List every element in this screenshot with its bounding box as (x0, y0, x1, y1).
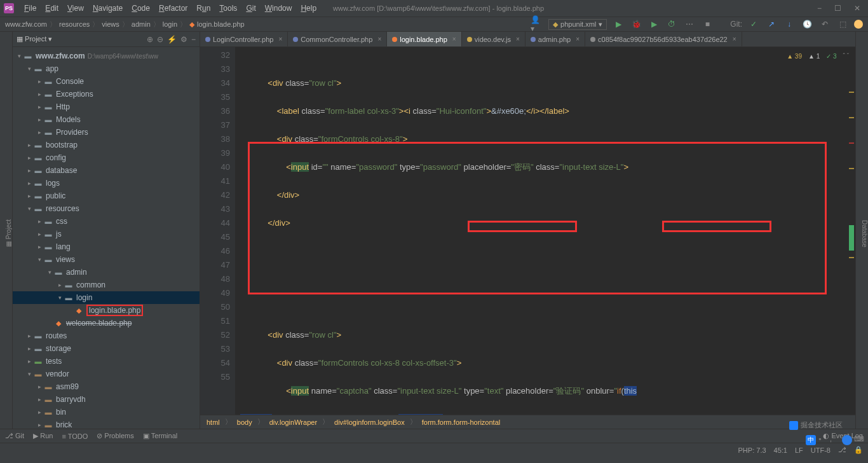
breadcrumb-item[interactable]: www.zfw.com (5, 20, 47, 28)
structure-breadcrumb[interactable]: html〉 body〉 div.loginWraper〉 div#loginfo… (200, 415, 855, 429)
database-tab[interactable]: Database (861, 220, 868, 247)
settings-icon[interactable]: ⚙ (180, 35, 187, 44)
tree-node[interactable]: ▸▬Console (13, 75, 200, 88)
php-version[interactable]: PHP: 7.3 (738, 446, 766, 454)
tree-node[interactable]: ▸▬storage (13, 342, 200, 355)
line-separator[interactable]: LF (795, 446, 803, 454)
inspection-status[interactable]: ▲ 39 ▲ 1 ✓ 3 ˆ ˇ (787, 50, 849, 64)
tree-node[interactable]: ▸▬config (13, 151, 200, 164)
git-commit-icon[interactable]: ✓ (747, 18, 760, 31)
code-editor[interactable]: 3233343536373839404142434445464748495051… (200, 47, 855, 415)
menu-run[interactable]: Run (193, 3, 214, 14)
editor-tab[interactable]: CommonController.php× (288, 32, 387, 46)
project-tab[interactable]: ▦ Project (5, 217, 12, 251)
breadcrumb-item[interactable]: login (163, 20, 177, 28)
editor-tab[interactable]: admin.php× (526, 32, 585, 46)
editor-tab[interactable]: login.blade.php× (387, 32, 461, 46)
close-button[interactable]: ✕ (854, 4, 860, 13)
stop-button[interactable]: ■ (701, 18, 714, 31)
tree-node[interactable]: ▸▬public (13, 190, 200, 202)
menu-help[interactable]: Help (297, 3, 320, 14)
menu-window[interactable]: Window (261, 3, 296, 14)
tree-node[interactable]: ▾▬app (13, 62, 200, 75)
breadcrumb-item[interactable]: resources (59, 20, 90, 28)
collapse-icon[interactable]: ⊕ (147, 35, 153, 44)
git-rollback-icon[interactable]: ↶ (818, 18, 831, 31)
terminal-toolwindow[interactable]: ▣ Terminal (143, 432, 177, 440)
menu-code[interactable]: Code (128, 3, 154, 14)
todo-toolwindow[interactable]: ≡ TODO (62, 432, 88, 440)
maximize-button[interactable]: ☐ (834, 4, 841, 13)
user-icon[interactable]: 👤▾ (531, 18, 543, 31)
tree-node[interactable]: ▸▬brick (13, 418, 200, 429)
tree-node[interactable]: ▸▬asm89 (13, 380, 200, 393)
editor-tab[interactable]: LoginController.php× (200, 32, 288, 46)
tree-node[interactable]: ▾▬vendor (13, 368, 200, 380)
tree-node[interactable]: ▸▬lang (13, 240, 200, 253)
git-push-icon[interactable]: ↗ (765, 18, 778, 31)
tree-node[interactable]: ▸▬Models (13, 113, 200, 126)
close-icon[interactable]: × (516, 36, 520, 43)
coverage-button[interactable]: ▶ (648, 18, 660, 31)
menu-tools[interactable]: Tools (215, 3, 241, 14)
tree-node[interactable]: ▸▬common (13, 279, 200, 291)
problems-toolwindow[interactable]: ⊘ Problems (97, 432, 134, 440)
close-icon[interactable]: × (452, 36, 456, 43)
select-opened-icon[interactable]: ⊖ (157, 35, 163, 44)
code-content[interactable]: ▲ 39 ▲ 1 ✓ 3 ˆ ˇ <div class="row cl"> <l… (235, 47, 855, 415)
profile-button[interactable]: ⏱ (665, 18, 678, 31)
menu-git[interactable]: Git (242, 3, 259, 14)
menu-file[interactable]: File (20, 3, 40, 14)
tree-node[interactable]: ▸▬bin (13, 406, 200, 418)
editor-tab[interactable]: c0854f8ac99027b56d5933eab437d26e22× (585, 32, 742, 46)
run-toolwindow[interactable]: ▶ Run (33, 432, 53, 440)
breadcrumb-item[interactable]: login.blade.php (197, 20, 245, 28)
menu-refactor[interactable]: Refactor (155, 3, 191, 14)
status-bar: PHP: 7.3 45:1 LF UTF-8 ⎇ 🔒 (0, 443, 868, 457)
breadcrumb-item[interactable]: views (102, 20, 119, 28)
tree-node[interactable]: ▸▬routes (13, 329, 200, 342)
tree-node[interactable]: ▸▬Exceptions (13, 88, 200, 100)
tree-node[interactable]: ▸▬tests (13, 355, 200, 368)
tree-node[interactable]: ▾▬admin (13, 266, 200, 279)
git-history-icon[interactable]: 🕓 (801, 18, 813, 31)
expand-icon[interactable]: ⚡ (167, 35, 177, 44)
tree-node[interactable]: ▸▬js (13, 228, 200, 240)
encoding[interactable]: UTF-8 (811, 446, 831, 454)
cursor-position[interactable]: 45:1 (774, 446, 787, 454)
debug-button[interactable]: 🐞 (630, 18, 642, 31)
tree-node[interactable]: ▸▬bootstrap (13, 139, 200, 151)
editor-tab[interactable]: video.dev.js× (462, 32, 526, 46)
git-branch-indicator[interactable]: ⎇ (838, 446, 846, 454)
close-icon[interactable]: × (377, 36, 381, 43)
project-tree[interactable]: ▾▬www.zfw.comD:\wamp64\www\test\ww▾▬app▸… (13, 47, 200, 429)
tree-node[interactable]: ▸▬database (13, 164, 200, 177)
tree-node[interactable]: ▸▬barryvdh (13, 393, 200, 406)
ide-update-icon[interactable]: ⬚ (836, 18, 849, 31)
tree-node[interactable]: ▾▬resources (13, 202, 200, 215)
git-toolwindow[interactable]: ⎇ Git (5, 432, 24, 440)
tree-node[interactable]: ◆welcome.blade.php (13, 317, 200, 329)
menu-view[interactable]: View (64, 3, 88, 14)
close-icon[interactable]: × (733, 36, 736, 43)
tree-node[interactable]: ▾▬login (13, 291, 200, 304)
menu-navigate[interactable]: Navigate (89, 3, 126, 14)
git-pull-icon[interactable]: ↓ (783, 18, 796, 31)
tree-node[interactable]: ▸▬css (13, 215, 200, 228)
tree-node[interactable]: ▸▬logs (13, 177, 200, 190)
menu-edit[interactable]: Edit (41, 3, 62, 14)
close-icon[interactable]: × (278, 36, 282, 43)
run-config-dropdown[interactable]: ◆phpunit.xml▾ (548, 19, 607, 30)
hide-icon[interactable]: − (191, 35, 196, 44)
breadcrumb-item[interactable]: admin (132, 20, 151, 28)
notification-icon[interactable] (854, 20, 863, 29)
run-button[interactable]: ▶ (612, 18, 625, 31)
lock-icon[interactable]: 🔒 (854, 446, 863, 454)
tree-node[interactable]: ◆login.blade.php (13, 304, 200, 317)
run-anything-button[interactable]: ⋯ (683, 18, 696, 31)
close-icon[interactable]: × (576, 36, 580, 43)
tree-node[interactable]: ▸▬Providers (13, 126, 200, 139)
tree-node[interactable]: ▾▬views (13, 253, 200, 266)
minimize-button[interactable]: − (817, 4, 822, 13)
tree-node[interactable]: ▸▬Http (13, 100, 200, 113)
